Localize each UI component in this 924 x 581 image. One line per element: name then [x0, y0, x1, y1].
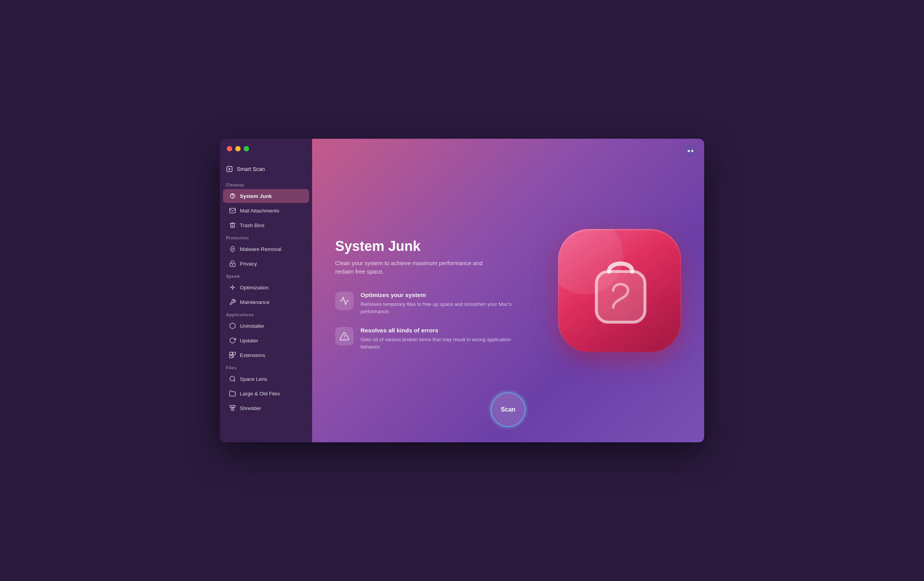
large-old-files-icon [229, 390, 236, 397]
svg-rect-13 [230, 355, 233, 358]
titlebar [220, 139, 704, 159]
shredder-icon [229, 405, 236, 412]
section-label-cleanup: Cleanup [220, 179, 312, 189]
errors-text: Resolves all kinds of errors Gets rid of… [361, 327, 520, 351]
errors-icon [339, 331, 349, 341]
sidebar: Smart Scan Cleanup System Junk Mail A [220, 139, 312, 442]
feature-optimize: Optimizes your system Removes temporary … [335, 292, 520, 315]
svg-point-2 [233, 197, 233, 198]
maintenance-label: Maintenance [240, 299, 269, 305]
page-title: System Junk [335, 238, 681, 254]
section-label-protection: Protection [220, 232, 312, 242]
sidebar-item-shredder[interactable]: Shredder [223, 401, 309, 415]
optimization-icon [229, 284, 236, 291]
optimize-title: Optimizes your system [361, 292, 520, 299]
sidebar-item-optimization[interactable]: Optimization [223, 281, 309, 294]
maintenance-icon [229, 299, 236, 305]
extensions-label: Extensions [240, 352, 265, 358]
svg-rect-3 [230, 208, 236, 213]
sidebar-item-malware-removal[interactable]: Malware Removal [223, 242, 309, 256]
optimize-description: Removes temporary files to free up space… [361, 300, 520, 315]
sidebar-item-large-old-files[interactable]: Large & Old Files [223, 387, 309, 400]
optimize-icon [339, 296, 349, 306]
sidebar-item-trash-bins[interactable]: Trash Bins [223, 218, 309, 232]
svg-line-15 [234, 380, 235, 381]
minimize-button[interactable] [235, 146, 241, 151]
smart-scan-label: Smart Scan [237, 166, 265, 172]
sidebar-item-privacy[interactable]: Privacy [223, 257, 309, 271]
large-old-files-label: Large & Old Files [240, 391, 280, 397]
scan-button[interactable]: Scan [491, 392, 525, 427]
page-description: Clean your system to achieve maximum per… [335, 259, 489, 276]
errors-title: Resolves all kinds of errors [361, 327, 520, 334]
space-lens-icon [229, 375, 236, 382]
feature-errors: Resolves all kinds of errors Gets rid of… [335, 327, 520, 351]
privacy-icon [229, 260, 236, 267]
sidebar-item-mail-attachments[interactable]: Mail Attachments [223, 204, 309, 217]
errors-description: Gets rid of various broken items that ma… [361, 336, 520, 351]
malware-removal-icon [229, 246, 236, 252]
optimization-label: Optimization [240, 285, 269, 290]
mail-attachments-label: Mail Attachments [240, 208, 279, 214]
section-label-files: Files [220, 362, 312, 372]
svg-point-10 [232, 287, 234, 289]
smart-scan-icon [226, 166, 233, 173]
sidebar-item-updater[interactable]: Updater [223, 334, 309, 347]
sidebar-item-smart-scan[interactable]: Smart Scan [220, 162, 312, 179]
svg-rect-12 [233, 352, 236, 355]
space-lens-label: Space Lens [240, 376, 267, 382]
profile-icon[interactable] [684, 145, 696, 157]
mail-attachments-icon [229, 207, 236, 214]
updater-label: Updater [240, 338, 258, 344]
malware-removal-label: Malware Removal [240, 246, 281, 252]
svg-point-5 [232, 264, 233, 265]
maximize-button[interactable] [244, 146, 249, 151]
trash-bins-label: Trash Bins [240, 222, 264, 228]
app-window: Smart Scan Cleanup System Junk Mail A [220, 139, 704, 442]
sidebar-item-space-lens[interactable]: Space Lens [223, 372, 309, 386]
section-label-speed: Speed [220, 271, 312, 280]
trash-bins-icon [229, 222, 236, 229]
optimize-icon-box [335, 292, 354, 310]
main-content-area: System Junk Clean your system to achieve… [312, 139, 704, 442]
system-junk-label: System Junk [240, 193, 272, 199]
sidebar-item-uninstaller[interactable]: Uninstaller [223, 319, 309, 333]
dot-pair-icon [688, 150, 693, 152]
sidebar-item-extensions[interactable]: Extensions [223, 348, 309, 362]
features-list: Optimizes your system Removes temporary … [335, 292, 520, 351]
top-right-controls [684, 145, 696, 157]
shredder-label: Shredder [240, 405, 261, 411]
updater-icon [229, 337, 236, 344]
errors-icon-box [335, 327, 354, 345]
svg-rect-11 [230, 352, 233, 355]
uninstaller-label: Uninstaller [240, 323, 264, 329]
extensions-icon [229, 352, 236, 359]
optimize-text: Optimizes your system Removes temporary … [361, 292, 520, 315]
uninstaller-icon [229, 322, 236, 329]
section-label-applications: Applications [220, 309, 312, 319]
close-button[interactable] [227, 146, 232, 151]
sidebar-item-system-junk[interactable]: System Junk [223, 189, 309, 203]
scan-button-container: Scan [491, 392, 525, 427]
sidebar-item-maintenance[interactable]: Maintenance [223, 295, 309, 309]
privacy-label: Privacy [240, 261, 257, 267]
system-junk-icon [229, 193, 236, 199]
